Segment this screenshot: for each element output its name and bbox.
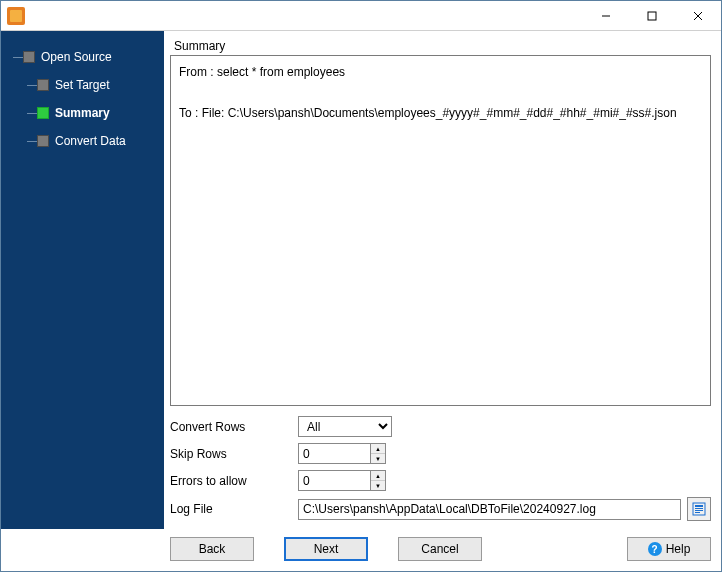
sidebar-item-label: Set Target [55, 78, 109, 92]
sidebar-item-convert-data[interactable]: Convert Data [7, 127, 164, 155]
step-icon [23, 51, 35, 63]
summary-title: Summary [174, 39, 709, 53]
cancel-button[interactable]: Cancel [398, 537, 482, 561]
log-file-browse-button[interactable] [687, 497, 711, 521]
maximize-button[interactable] [629, 1, 675, 31]
help-button[interactable]: ? Help [627, 537, 711, 561]
sidebar-item-label: Open Source [41, 50, 112, 64]
summary-to-line: To : File: C:\Users\pansh\Documents\empl… [179, 103, 702, 123]
log-file-label: Log File [170, 502, 294, 516]
content-area: Open Source Set Target Summary Convert D… [1, 31, 721, 529]
log-file-input[interactable] [298, 499, 681, 520]
errors-spinner[interactable]: ▲ ▼ [298, 470, 386, 491]
errors-up[interactable]: ▲ [371, 471, 385, 481]
wizard-window: Open Source Set Target Summary Convert D… [0, 0, 722, 572]
svg-rect-1 [648, 12, 656, 20]
step-icon [37, 107, 49, 119]
app-icon [7, 7, 25, 25]
svg-rect-7 [695, 510, 703, 511]
skip-rows-label: Skip Rows [170, 447, 294, 461]
minimize-icon [601, 11, 611, 21]
wizard-sidebar: Open Source Set Target Summary Convert D… [1, 31, 164, 529]
sidebar-item-summary[interactable]: Summary [7, 99, 164, 127]
skip-rows-spinner[interactable]: ▲ ▼ [298, 443, 386, 464]
back-button[interactable]: Back [170, 537, 254, 561]
wizard-buttons: Back Next Cancel ? Help [164, 529, 721, 571]
errors-input[interactable] [298, 470, 370, 491]
browse-icon [692, 502, 706, 516]
step-icon [37, 135, 49, 147]
summary-from-line: From : select * from employees [179, 62, 702, 82]
titlebar [1, 1, 721, 31]
sidebar-item-set-target[interactable]: Set Target [7, 71, 164, 99]
help-icon: ? [648, 542, 662, 556]
maximize-icon [647, 11, 657, 21]
sidebar-item-label: Summary [55, 106, 110, 120]
close-button[interactable] [675, 1, 721, 31]
convert-rows-select[interactable]: All [298, 416, 392, 437]
svg-rect-6 [695, 508, 703, 509]
skip-rows-input[interactable] [298, 443, 370, 464]
close-icon [693, 11, 703, 21]
step-icon [37, 79, 49, 91]
errors-label: Errors to allow [170, 474, 294, 488]
summary-text: From : select * from employees To : File… [170, 55, 711, 406]
main-panel: Summary From : select * from employees T… [164, 31, 721, 529]
sidebar-item-open-source[interactable]: Open Source [7, 43, 164, 71]
options-form: Convert Rows All Skip Rows ▲ ▼ [170, 416, 711, 521]
errors-down[interactable]: ▼ [371, 481, 385, 490]
sidebar-item-label: Convert Data [55, 134, 126, 148]
svg-rect-8 [695, 512, 700, 513]
skip-rows-up[interactable]: ▲ [371, 444, 385, 454]
help-label: Help [666, 542, 691, 556]
minimize-button[interactable] [583, 1, 629, 31]
skip-rows-down[interactable]: ▼ [371, 454, 385, 463]
convert-rows-label: Convert Rows [170, 420, 294, 434]
next-button[interactable]: Next [284, 537, 368, 561]
svg-rect-5 [695, 505, 703, 507]
